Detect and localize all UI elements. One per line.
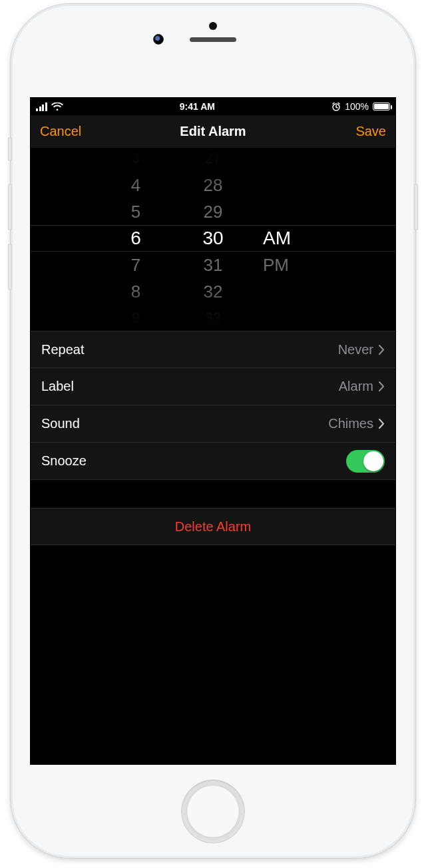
wifi-icon [51, 103, 63, 111]
battery-percentage: 100% [345, 101, 369, 112]
hour-option[interactable]: 3 [106, 148, 166, 172]
time-picker[interactable]: 3 4 5 6 7 8 9 27 28 29 30 31 32 33 [31, 148, 395, 328]
screen: 9:41 AM 100% Cancel Edit Alarm Save [30, 97, 396, 765]
minute-option[interactable]: 32 [183, 278, 243, 305]
hour-option[interactable]: 7 [106, 252, 166, 278]
repeat-cell[interactable]: Repeat Never [31, 331, 395, 368]
minute-option[interactable]: 29 [183, 198, 243, 225]
chevron-right-icon [379, 345, 385, 355]
page-title: Edit Alarm [31, 124, 395, 139]
hour-option[interactable]: 8 [106, 278, 166, 305]
status-bar: 9:41 AM 100% [31, 98, 395, 115]
period-column[interactable]: . . . AM PM . . [260, 148, 320, 328]
hour-column[interactable]: 3 4 5 6 7 8 9 [106, 148, 166, 328]
minute-column[interactable]: 27 28 29 30 31 32 33 [183, 148, 243, 328]
front-camera [153, 34, 164, 45]
sound-value: Chimes [328, 416, 373, 431]
alarm-status-icon [331, 103, 341, 111]
delete-alarm-label: Delete Alarm [175, 519, 252, 535]
status-time: 9:41 AM [180, 101, 215, 112]
chevron-right-icon [379, 419, 385, 429]
repeat-value: Never [338, 342, 373, 357]
power-button [414, 184, 418, 230]
home-button[interactable] [181, 779, 245, 843]
label-label: Label [41, 379, 74, 394]
label-cell[interactable]: Label Alarm [31, 368, 395, 405]
snooze-cell: Snooze [31, 443, 395, 480]
hour-option[interactable]: 5 [106, 198, 166, 225]
repeat-label: Repeat [41, 342, 85, 357]
iphone-frame: 9:41 AM 100% Cancel Edit Alarm Save [10, 3, 416, 859]
proximity-sensor [209, 22, 217, 30]
minute-option[interactable]: 31 [183, 252, 243, 278]
cellular-signal-icon [36, 103, 47, 111]
nav-bar: Cancel Edit Alarm Save [31, 115, 395, 148]
minute-selected[interactable]: 30 [183, 225, 243, 252]
sound-label: Sound [41, 416, 80, 431]
hour-option[interactable]: 4 [106, 172, 166, 198]
alarm-settings-list: Repeat Never Label Alarm Sound [31, 331, 395, 545]
volume-down-button [8, 244, 12, 290]
hour-selected[interactable]: 6 [106, 225, 166, 252]
battery-icon [373, 103, 390, 110]
volume-up-button [8, 184, 12, 230]
period-selected[interactable]: AM [263, 225, 320, 252]
label-value: Alarm [339, 379, 373, 394]
snooze-toggle[interactable] [346, 450, 385, 473]
minute-option[interactable]: 28 [183, 172, 243, 198]
minute-option[interactable]: 27 [183, 148, 243, 172]
delete-alarm-button[interactable]: Delete Alarm [31, 508, 395, 545]
earpiece-speaker [190, 37, 236, 42]
period-option[interactable]: PM [263, 252, 320, 278]
mute-switch [8, 137, 12, 161]
snooze-label: Snooze [41, 453, 87, 469]
minute-option[interactable]: 33 [183, 305, 243, 328]
chevron-right-icon [379, 381, 385, 391]
sound-cell[interactable]: Sound Chimes [31, 405, 395, 443]
hour-option[interactable]: 9 [106, 305, 166, 328]
